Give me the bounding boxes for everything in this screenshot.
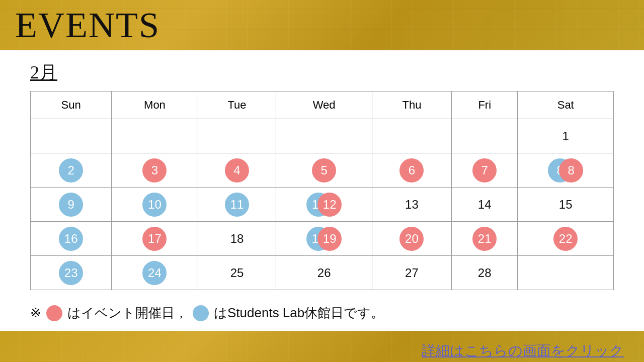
col-wed: Wed	[276, 92, 372, 119]
table-row	[372, 119, 451, 153]
legend-blue-label: はStudents Lab休館日です。	[214, 304, 384, 322]
calendar-header-row: Sun Mon Tue Wed Thu Fri Sat	[31, 92, 614, 119]
day-number: 26	[317, 266, 331, 280]
table-row: 14	[451, 188, 517, 222]
table-row: 13	[372, 188, 451, 222]
legend-blue-circle	[193, 305, 209, 321]
double-circle: 88	[548, 158, 583, 183]
col-thu: Thu	[372, 92, 451, 119]
table-row: 6	[372, 153, 451, 188]
table-row: 28	[451, 256, 517, 290]
blue-circle: 2	[59, 158, 83, 183]
red-circle: 7	[472, 158, 497, 183]
table-row: 15	[518, 188, 614, 222]
table-row: 1	[518, 119, 614, 153]
table-row: 1919	[276, 222, 372, 256]
table-row	[276, 119, 372, 153]
table-row: 24	[112, 256, 198, 290]
main-content: 2月 Sun Mon Tue Wed Thu Fri Sat 123456788…	[0, 50, 644, 295]
table-row: 88	[518, 153, 614, 188]
red-circle: 12	[317, 193, 342, 217]
red-circle: 5	[312, 158, 336, 183]
table-row: 1212	[276, 188, 372, 222]
calendar-week-0: 1	[31, 119, 614, 153]
footer-link[interactable]: 詳細はこちらの画面をクリック	[422, 341, 624, 360]
col-tue: Tue	[198, 92, 276, 119]
red-circle: 20	[399, 227, 424, 251]
legend-red-circle	[46, 305, 62, 321]
day-number: 13	[405, 198, 419, 212]
page-title: EVENTS	[15, 5, 160, 46]
table-row: 25	[198, 256, 276, 290]
table-row: 23	[31, 256, 112, 290]
table-row: 16	[31, 222, 112, 256]
blue-circle: 11	[225, 193, 249, 217]
day-number: 27	[405, 266, 419, 280]
red-circle: 21	[472, 227, 497, 251]
table-row: 18	[198, 222, 276, 256]
table-row: 2	[31, 153, 112, 188]
table-row: 26	[276, 256, 372, 290]
col-sun: Sun	[31, 92, 112, 119]
blue-circle: 9	[59, 193, 83, 217]
calendar-week-3: 1617181919202122	[31, 222, 614, 256]
table-row: 21	[451, 222, 517, 256]
footer[interactable]: 詳細はこちらの画面をクリック	[0, 331, 644, 362]
col-sat: Sat	[518, 92, 614, 119]
day-number: 15	[559, 198, 573, 212]
table-row	[198, 119, 276, 153]
red-circle: 3	[142, 158, 167, 183]
table-row: 20	[372, 222, 451, 256]
calendar-week-4: 232425262728	[31, 256, 614, 290]
double-circle: 1212	[306, 193, 342, 217]
blue-circle: 16	[59, 227, 83, 251]
table-row: 27	[372, 256, 451, 290]
table-row: 4	[198, 153, 276, 188]
month-title: 2月	[30, 60, 614, 85]
table-row: 17	[112, 222, 198, 256]
table-row	[31, 119, 112, 153]
red-circle: 4	[225, 158, 249, 183]
table-row	[451, 119, 517, 153]
calendar-week-2: 910111212131415	[31, 188, 614, 222]
table-row: 3	[112, 153, 198, 188]
red-circle: 19	[317, 227, 342, 251]
day-number: 14	[478, 198, 492, 212]
table-row	[518, 256, 614, 290]
legend-red-label: はイベント開催日，	[67, 304, 188, 322]
blue-circle: 10	[142, 193, 167, 217]
red-circle: 6	[399, 158, 424, 183]
red-circle: 17	[142, 227, 167, 251]
header: EVENTS	[0, 0, 644, 50]
legend: ※ はイベント開催日， はStudents Lab休館日です。	[0, 295, 644, 331]
calendar-table: Sun Mon Tue Wed Thu Fri Sat 123456788910…	[30, 91, 614, 290]
table-row	[112, 119, 198, 153]
blue-circle: 23	[59, 261, 83, 285]
double-circle: 1919	[306, 227, 342, 251]
table-row: 22	[518, 222, 614, 256]
table-row: 10	[112, 188, 198, 222]
table-row: 7	[451, 153, 517, 188]
day-number: 28	[478, 266, 492, 280]
red-circle: 8	[559, 158, 583, 183]
table-row: 11	[198, 188, 276, 222]
legend-prefix: ※	[30, 305, 41, 321]
calendar-week-1: 23456788	[31, 153, 614, 188]
red-circle: 22	[553, 227, 578, 251]
blue-circle: 24	[142, 261, 167, 285]
col-fri: Fri	[451, 92, 517, 119]
day-number: 25	[230, 266, 244, 280]
day-number: 18	[230, 232, 244, 246]
table-row: 9	[31, 188, 112, 222]
day-number: 1	[562, 129, 569, 143]
table-row: 5	[276, 153, 372, 188]
col-mon: Mon	[112, 92, 198, 119]
